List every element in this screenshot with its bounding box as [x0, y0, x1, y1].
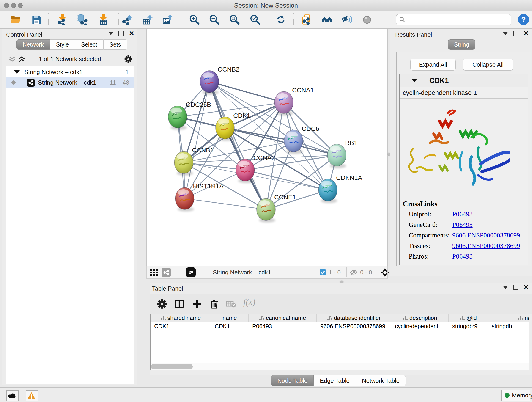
- search-input[interactable]: [407, 15, 509, 24]
- network-node[interactable]: [175, 187, 194, 211]
- tab-sets[interactable]: Sets: [103, 39, 127, 50]
- memory-button[interactable]: Memory: [501, 390, 530, 401]
- apply-layout-icon[interactable]: [275, 14, 287, 26]
- warning-status-button[interactable]: [26, 390, 38, 401]
- panel-float-icon[interactable]: [513, 285, 519, 290]
- column-header-namespace[interactable]: namespace: [488, 314, 529, 322]
- birds-eye-view-icon[interactable]: [380, 268, 389, 277]
- network-edge[interactable]: [245, 170, 328, 190]
- panel-close-icon[interactable]: ✕: [524, 31, 529, 36]
- search-box[interactable]: [396, 14, 511, 25]
- crosslink-link[interactable]: 9606.ENSP00000378699: [452, 242, 520, 249]
- add-column-icon[interactable]: [191, 299, 202, 309]
- column-header-description[interactable]: description: [391, 314, 449, 322]
- network-node[interactable]: [257, 198, 275, 223]
- network-edge[interactable]: [209, 82, 266, 210]
- network-node[interactable]: [318, 179, 337, 203]
- panel-collapse-icon[interactable]: [108, 32, 114, 35]
- network-canvas[interactable]: CCNB2CCNA1CDC25BCDK1CDC6RB1CCNB1CCNA2CDK…: [146, 29, 388, 266]
- help-button[interactable]: ?: [518, 14, 529, 25]
- horizontal-splitter-handle[interactable]: [340, 280, 343, 283]
- crosslink-link[interactable]: P06493: [452, 211, 473, 218]
- network-node[interactable]: [200, 70, 219, 95]
- crosslink-link[interactable]: 9606.ENSP00000378699: [452, 231, 520, 239]
- crosslink-link[interactable]: P06493: [452, 221, 473, 229]
- column-header-canonical-name[interactable]: canonical name: [249, 314, 317, 322]
- selected-checkbox-icon[interactable]: [320, 269, 326, 275]
- column-header-shared-name[interactable]: shared name: [151, 314, 211, 322]
- tab-network-table[interactable]: Network Table: [356, 375, 406, 386]
- network-view-icon[interactable]: [162, 268, 171, 277]
- tab-network[interactable]: Network: [17, 39, 50, 50]
- tab-style[interactable]: Style: [50, 39, 75, 50]
- network-node[interactable]: [168, 106, 187, 130]
- node-label: CCNA1: [292, 87, 314, 94]
- columns-icon[interactable]: [174, 299, 184, 309]
- network-edge[interactable]: [185, 198, 266, 210]
- tab-string[interactable]: String: [448, 39, 475, 50]
- section-expander-icon[interactable]: [412, 79, 417, 82]
- gear-icon[interactable]: [157, 299, 167, 309]
- open-session-icon[interactable]: [10, 14, 21, 26]
- network-options-gear-icon[interactable]: [124, 55, 133, 63]
- column-header-database-identifier[interactable]: database identifier: [317, 314, 391, 322]
- import-table-file-icon[interactable]: [98, 14, 109, 26]
- import-network-database-icon[interactable]: [76, 14, 88, 26]
- network-node[interactable]: [215, 117, 234, 141]
- export-image-icon[interactable]: [162, 14, 173, 26]
- zoom-in-icon[interactable]: [189, 14, 200, 26]
- houses-icon[interactable]: [321, 14, 333, 26]
- export-table-icon[interactable]: [142, 14, 153, 26]
- network-node[interactable]: [284, 130, 303, 154]
- collapse-all-button[interactable]: Collapse All: [463, 59, 513, 70]
- table-cell[interactable]: P06493: [249, 323, 317, 331]
- network-node[interactable]: [327, 144, 346, 168]
- panel-close-icon[interactable]: ✕: [524, 285, 529, 290]
- delete-table-icon[interactable]: [226, 299, 236, 309]
- column-header-name[interactable]: name: [211, 314, 249, 322]
- detach-view-icon[interactable]: [186, 268, 196, 277]
- network-node[interactable]: [274, 91, 293, 115]
- table-cell[interactable]: stringdb: [488, 323, 529, 331]
- import-network-file-icon[interactable]: [57, 14, 68, 26]
- panel-collapse-icon[interactable]: [503, 32, 508, 35]
- table-cell[interactable]: stringdb:9...: [449, 323, 488, 331]
- hide-string-style-icon[interactable]: [341, 14, 353, 26]
- tab-edge-table[interactable]: Edge Table: [314, 375, 356, 386]
- table-cell[interactable]: CDK1: [211, 323, 248, 331]
- duplicate-network-icon[interactable]: [301, 14, 312, 26]
- crosslink-row: Pharos:P06493: [409, 253, 429, 260]
- results-scrollbar[interactable]: [526, 74, 526, 265]
- table-cell[interactable]: 9606.ENSP00000378699: [317, 323, 391, 331]
- table-cell[interactable]: cyclin-dependent ...: [391, 323, 448, 331]
- table-row[interactable]: CDK1CDK1P064939606.ENSP00000378699cyclin…: [151, 322, 529, 331]
- save-session-icon[interactable]: [31, 14, 42, 26]
- gene-section-header[interactable]: CDK1: [399, 74, 528, 87]
- delete-icon[interactable]: [209, 299, 220, 309]
- column-header--id[interactable]: @id: [449, 314, 488, 322]
- function-builder-icon[interactable]: f(x): [243, 297, 264, 307]
- cloud-status-button[interactable]: [6, 390, 19, 401]
- tab-select[interactable]: Select: [75, 39, 103, 50]
- zoom-out-icon[interactable]: [209, 14, 220, 26]
- network-edge[interactable]: [185, 82, 209, 198]
- panel-float-icon[interactable]: [513, 31, 519, 36]
- network-row-selected[interactable]: String Network – cdk1 11 48: [6, 77, 134, 88]
- panel-close-icon[interactable]: ✕: [129, 31, 134, 36]
- zoom-fit-icon[interactable]: [229, 14, 240, 26]
- panel-float-icon[interactable]: [119, 31, 124, 36]
- tree-expander-icon[interactable]: [14, 70, 20, 74]
- network-node[interactable]: [174, 152, 193, 176]
- network-collection-row[interactable]: String Network – cdk1 1: [6, 67, 134, 77]
- tab-node-table[interactable]: Node Table: [271, 375, 314, 386]
- scrollbar-thumb[interactable]: [151, 364, 193, 370]
- export-network-icon[interactable]: [121, 14, 133, 26]
- panel-collapse-icon[interactable]: [503, 286, 508, 289]
- network-node[interactable]: [236, 159, 254, 183]
- crosslink-link[interactable]: P06493: [452, 253, 473, 260]
- gray-orb-icon[interactable]: [361, 14, 373, 26]
- grid-view-icon[interactable]: [150, 268, 158, 277]
- zoom-selected-icon[interactable]: [249, 14, 261, 26]
- expand-all-button[interactable]: Expand All: [410, 59, 456, 70]
- table-cell[interactable]: CDK1: [151, 323, 211, 331]
